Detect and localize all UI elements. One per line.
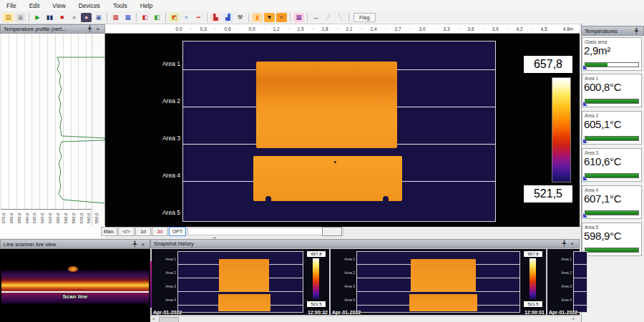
snapshot-thumbnail[interactable]: Area 1Area 2Area 3Area 4657.8521.512:00:… <box>331 249 546 315</box>
snapshot-thumbnail[interactable]: Area 1Area 2Area 3Area 4Apr-01-2022 <box>547 249 580 315</box>
card-marker-icon <box>583 176 587 180</box>
histogram-red-icon[interactable]: ▙ <box>210 13 221 22</box>
snapshot-thumbnail[interactable]: Area 1Area 2Area 3Area 4657.8521.512:00:… <box>152 249 329 315</box>
thermal-view <box>182 41 496 222</box>
export-green-icon[interactable]: ◧ <box>152 13 162 22</box>
colorbar <box>552 77 571 182</box>
mini-area-label: Area 2 <box>549 270 572 275</box>
ruler-tick-dot: · <box>263 26 265 31</box>
close-icon[interactable]: × <box>94 26 102 32</box>
control-button-4[interactable]: 3σ <box>152 227 168 236</box>
ruler-tick-dot: · <box>482 26 484 31</box>
snapshot-scrollbar-thumb[interactable] <box>159 317 179 322</box>
ruler-tick: 4.8m <box>559 26 577 31</box>
grid-red-icon[interactable]: ▦ <box>110 13 121 22</box>
menu-help[interactable]: Help <box>134 2 159 9</box>
temperature-cards: Glass area2,9m²Area 1600,8°CArea 2605,1°… <box>581 36 644 322</box>
mosaic-icon[interactable]: ▦ <box>293 13 304 22</box>
export-red-icon[interactable]: ◧ <box>140 13 150 22</box>
snapshot-icon[interactable]: ● <box>81 13 92 22</box>
snapshot-mini-view <box>177 251 303 313</box>
pin-icon[interactable]: ╇ <box>131 241 139 248</box>
ruler-tick: 0,6 <box>218 26 237 31</box>
measure-icon[interactable]: ↔ <box>311 13 321 22</box>
toolbar-separator <box>207 13 208 22</box>
ruler-tick: 2,4 <box>364 26 383 31</box>
mini-area-label: Area 1 <box>549 257 572 261</box>
stop-icon[interactable]: ■ <box>57 13 67 22</box>
save-icon[interactable]: ▣ <box>15 13 26 22</box>
snapshot-mini-view <box>573 251 587 313</box>
draw-line-b-icon[interactable]: ╲ <box>335 13 346 22</box>
opt-button[interactable]: OPT <box>169 227 186 236</box>
glass-sheet-1 <box>256 62 397 148</box>
ruler-tick-dot: · <box>215 26 216 31</box>
toolbar-separator <box>307 13 308 22</box>
pin-icon[interactable]: ╇ <box>86 26 94 32</box>
flag-button[interactable]: Flag <box>353 13 376 22</box>
thermal-target-icon[interactable]: ▼ <box>264 13 275 22</box>
menu-devices[interactable]: Devices <box>72 2 107 9</box>
scroll-left-icon[interactable]: < <box>152 316 155 321</box>
pause-icon[interactable]: ▮▮ <box>44 13 55 22</box>
menu-file[interactable]: File <box>0 2 23 9</box>
pin-icon[interactable]: ╇ <box>560 240 568 247</box>
tools-icon[interactable]: ⚒ <box>235 13 245 22</box>
card-value: 598,9°C <box>584 230 621 242</box>
menu-edit[interactable]: Edit <box>23 2 47 9</box>
histogram-blue-icon[interactable]: ▟ <box>223 13 233 22</box>
roller-notch-1 <box>265 196 271 202</box>
profile-chart-icon[interactable]: ≈ <box>181 13 192 22</box>
close-icon[interactable]: × <box>568 240 576 247</box>
mini-area-label: Area 2 <box>153 270 176 275</box>
main-hscrollbar-track[interactable] <box>187 228 343 235</box>
red-dashes-icon[interactable]: ╍ <box>193 13 204 22</box>
ruler-tick-dot: · <box>458 26 459 31</box>
control-button-2[interactable]: </> <box>118 227 135 236</box>
snapshot-date: Apr-01-2022 <box>332 310 361 315</box>
card-progress-bar <box>585 99 639 104</box>
thermal-flame-icon[interactable]: ≈ <box>276 13 287 22</box>
toolbar-separator <box>136 13 137 22</box>
mini-area-label: Area 2 <box>332 270 355 275</box>
mini-area-divider <box>574 305 587 306</box>
menu-view[interactable]: View <box>46 2 72 9</box>
ruler-tick: 1,5 <box>291 26 310 31</box>
scroll-right-icon[interactable]: > <box>572 316 575 321</box>
pin-icon[interactable]: ╇ <box>633 28 640 34</box>
open-file-icon[interactable]: ▤ <box>3 13 14 22</box>
copy-icon[interactable]: ▣ <box>93 13 104 22</box>
toolbar-separator <box>248 13 249 22</box>
record-icon[interactable]: ● <box>69 13 79 22</box>
close-icon[interactable]: × <box>139 241 147 248</box>
main-area-label: Area 5 <box>137 209 180 216</box>
thermal-scale-icon[interactable]: ▮ <box>252 13 263 22</box>
ruler-tick: 3,3 <box>437 26 456 31</box>
ruler-tick: 0,9 <box>243 26 261 31</box>
mini-colorbar-min: 521.5 <box>523 301 543 308</box>
palette-icon[interactable]: ◩ <box>169 13 180 22</box>
ruler-tick-dot: · <box>385 26 386 31</box>
roller-notch-2 <box>383 196 389 202</box>
ruler-tick: 2,7 <box>389 26 407 31</box>
profile-polyline <box>57 57 104 203</box>
card-progress-bar <box>585 173 639 178</box>
draw-line-a-icon[interactable]: ╱ <box>323 13 333 22</box>
grid-blue-icon[interactable]: ▦ <box>122 13 133 22</box>
card-progress-fill <box>585 99 638 103</box>
control-button-1[interactable]: Man. <box>101 227 117 236</box>
mini-area-divider <box>574 291 587 292</box>
scanner-hot-spot <box>68 266 78 272</box>
temperature-card: Area 5598,9°C <box>582 223 642 256</box>
scan-line-label: Scan line <box>0 293 150 300</box>
snapshot-hscrollbar[interactable]: < > <box>150 316 580 322</box>
card-label: Area 5 <box>585 225 598 230</box>
start-icon[interactable]: ▶ <box>32 13 43 22</box>
line-scanner-live-view: Scan line <box>0 249 150 322</box>
card-label: Area 4 <box>585 187 598 192</box>
main-hscrollbar-thumb[interactable] <box>322 227 342 236</box>
snapshot-mini-view <box>356 251 520 313</box>
control-button-3[interactable]: 1σ <box>135 227 151 236</box>
card-label: Area 1 <box>585 76 598 81</box>
menu-tools[interactable]: Tools <box>107 2 134 9</box>
